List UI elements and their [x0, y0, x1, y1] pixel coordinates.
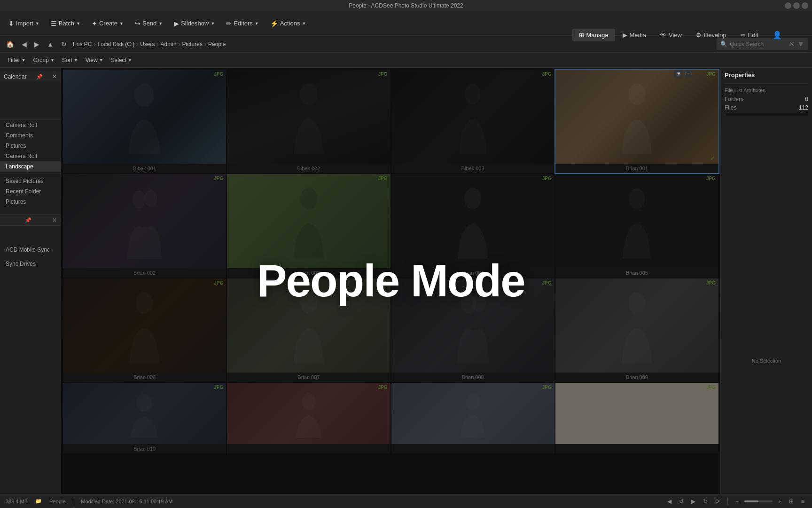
- photo-name-brian013: [555, 444, 718, 448]
- photo-cell-brian006[interactable]: JPG Brian 006: [63, 278, 226, 382]
- statusbar-folder-icon: 📁: [35, 498, 42, 504]
- calendar-pin-icon[interactable]: 📌: [36, 74, 43, 80]
- statusbar-grid-button[interactable]: ⊞: [787, 497, 796, 506]
- sidebar-item-mobile-sync[interactable]: ACD Mobile Sync: [0, 245, 61, 255]
- photo-badge-brian009: JPG: [706, 280, 716, 286]
- sidebar-item-landscape[interactable]: Landscape: [0, 161, 61, 172]
- second-panel-pin-icon[interactable]: 📌: [25, 217, 31, 223]
- sidebar-item-sync-drives[interactable]: Sync Drives: [0, 259, 61, 269]
- tab-media[interactable]: ▶ Media: [616, 29, 653, 41]
- sort-button[interactable]: Sort ▼: [62, 57, 78, 64]
- sidebar-item-pictures-2[interactable]: Pictures: [0, 197, 61, 207]
- slideshow-button[interactable]: ▶ Slideshow ▼: [169, 18, 219, 29]
- person-silhouette: [424, 288, 522, 363]
- group-button[interactable]: Group ▼: [33, 57, 55, 64]
- calendar-close-icon[interactable]: ✕: [52, 73, 57, 80]
- tab-develop[interactable]: ⚙ Develop: [689, 29, 733, 41]
- breadcrumb-pictures[interactable]: Pictures: [182, 41, 203, 48]
- photo-cell-brian010[interactable]: JPG Brian 010: [63, 383, 226, 453]
- filterbar: Filter ▼ Group ▼ Sort ▼ View ▼ Select ▼: [0, 53, 812, 68]
- photo-cell-brian002[interactable]: JPG Brian 002: [63, 174, 226, 278]
- svg-point-14: [137, 394, 152, 411]
- import-button[interactable]: ⬇ Import ▼: [4, 18, 44, 29]
- tab-user[interactable]: 👤: [766, 28, 789, 42]
- list-view-button[interactable]: ≡: [685, 70, 692, 78]
- close-button[interactable]: [802, 2, 808, 9]
- svg-point-7: [464, 188, 482, 209]
- photo-cell-brian013[interactable]: JPG: [555, 383, 718, 453]
- nav-home-button[interactable]: 🏠: [4, 40, 16, 49]
- photo-cell-brian005[interactable]: JPG Brian 005: [555, 174, 718, 278]
- sidebar-item-comments[interactable]: Comments: [0, 130, 61, 141]
- statusbar-sync-button[interactable]: ⟳: [713, 497, 722, 506]
- photo-badge-brian004: JPG: [542, 176, 552, 181]
- titlebar-controls: [785, 2, 808, 9]
- slideshow-icon: ▶: [174, 20, 179, 27]
- create-button[interactable]: ✦ Create ▼: [87, 18, 128, 29]
- person-silhouette: [260, 288, 358, 363]
- statusbar-list-button[interactable]: ≡: [799, 497, 806, 506]
- statusbar-modified: Modified Date: 2021-09-16 11:00:19 AM: [81, 499, 172, 504]
- tab-edit[interactable]: ✏ Edit: [734, 29, 765, 41]
- nav-refresh-button[interactable]: ↻: [59, 40, 69, 49]
- photo-cell-bibek003[interactable]: JPG Bibek 003: [391, 70, 554, 173]
- nav-back-button[interactable]: ◀: [19, 40, 29, 49]
- sidebar-item-pictures[interactable]: Pictures: [0, 141, 61, 151]
- photo-cell-bibek002[interactable]: JPG Bibek 002: [227, 70, 390, 173]
- second-panel-close-icon[interactable]: ✕: [52, 217, 57, 223]
- statusbar-zoom-slider[interactable]: [744, 500, 773, 502]
- photo-grid: JPG Bibek 001 JPG Bibek 002: [61, 68, 720, 455]
- no-selection-label: No Selection: [725, 354, 808, 367]
- batch-button[interactable]: ☰ Batch ▼: [46, 18, 85, 29]
- statusbar-refresh-button[interactable]: ↻: [701, 497, 710, 506]
- minimize-button[interactable]: [785, 2, 791, 9]
- person-silhouette: [424, 389, 522, 438]
- photo-cell-brian011[interactable]: JPG: [227, 383, 390, 453]
- photo-badge-brian012: JPG: [542, 385, 552, 390]
- sidebar-item-saved-pictures[interactable]: Saved Pictures: [0, 176, 61, 186]
- maximize-button[interactable]: [793, 2, 800, 9]
- create-dropdown-icon: ▼: [119, 21, 124, 26]
- send-button[interactable]: ↪ Send ▼: [130, 18, 167, 29]
- photo-cell-brian004[interactable]: JPG Brian 004: [391, 174, 554, 278]
- sidebar-item-camera-roll-2[interactable]: Camera Roll: [0, 151, 61, 161]
- properties-title: Properties: [725, 71, 808, 79]
- statusbar-folder: People: [49, 499, 65, 504]
- statusbar-prev-button[interactable]: ◀: [665, 497, 673, 506]
- photo-cell-brian009[interactable]: JPG Brian 009: [555, 278, 718, 382]
- photo-cell-bibek001[interactable]: JPG Bibek 001: [63, 70, 226, 173]
- view-filter-button[interactable]: View ▼: [86, 57, 103, 64]
- sidebar-item-camera-roll[interactable]: Camera Roll: [0, 120, 61, 130]
- nav-up-button[interactable]: ▲: [45, 40, 56, 49]
- breadcrumb-localdisk[interactable]: Local Disk (C:): [98, 41, 135, 48]
- statusbar-zoom-in-button[interactable]: +: [776, 497, 783, 506]
- breadcrumb-people[interactable]: People: [208, 41, 226, 48]
- photo-cell-brian012[interactable]: JPG: [391, 383, 554, 453]
- actions-button[interactable]: ⚡ Actions ▼: [265, 18, 311, 29]
- calendar-label: Calendar: [4, 73, 27, 80]
- photo-cell-brian008[interactable]: JPG Brian 008: [391, 278, 554, 382]
- statusbar-zoom-out-button[interactable]: −: [734, 497, 741, 506]
- editors-button[interactable]: ✏ Editors ▼: [221, 18, 263, 29]
- select-button[interactable]: Select ▼: [111, 57, 132, 64]
- tab-manage[interactable]: ⊞ Manage: [572, 29, 615, 41]
- nav-forward-button[interactable]: ▶: [32, 40, 42, 49]
- photo-cell-brian007[interactable]: JPG Brian 007: [227, 278, 390, 382]
- svg-point-2: [465, 84, 481, 104]
- filter-button[interactable]: Filter ▼: [8, 57, 26, 64]
- statusbar-forward-button[interactable]: ▶: [689, 497, 697, 506]
- photo-cell-brian003[interactable]: JPG Brian 003: [227, 174, 390, 278]
- breadcrumb-admin[interactable]: Admin: [161, 41, 177, 48]
- person-silhouette: [95, 389, 193, 438]
- grid-view-button[interactable]: ⊞: [674, 70, 683, 78]
- sidebar-item-recent-folder[interactable]: Recent Folder: [0, 186, 61, 197]
- breadcrumb-thispc[interactable]: This PC: [72, 41, 92, 48]
- statusbar-rewind-button[interactable]: ↺: [677, 497, 686, 506]
- batch-icon: ☰: [51, 20, 57, 27]
- photo-name-brian011: [227, 444, 390, 448]
- photo-name-brian010: Brian 010: [63, 444, 226, 453]
- photo-name-bibek001: Bibek 001: [63, 164, 226, 173]
- tab-view[interactable]: 👁 View: [654, 29, 688, 41]
- photo-cell-brian001[interactable]: JPG ✓ Brian 001: [555, 70, 718, 173]
- breadcrumb-users[interactable]: Users: [140, 41, 155, 48]
